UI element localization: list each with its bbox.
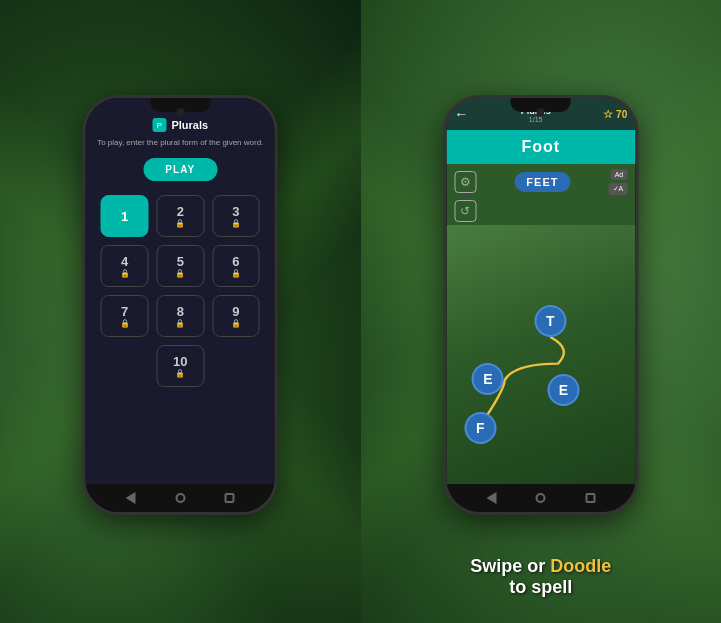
level-3-cell[interactable]: 3 🔒	[212, 195, 260, 237]
level-1-num: 1	[121, 209, 128, 224]
right-icons: Ad ✓A	[609, 169, 628, 195]
nav-home-icon	[175, 493, 185, 503]
level-8-cell[interactable]: 8 🔒	[156, 295, 204, 337]
level-grid: 1 2 🔒 3 🔒 4 🔒	[96, 195, 265, 387]
star-icon: ☆	[603, 108, 613, 121]
lock-icon-10: 🔒	[175, 369, 185, 378]
gear-button[interactable]: ⚙	[454, 171, 476, 193]
nav-recent-icon-r	[585, 493, 595, 503]
undo-icon: ↺	[460, 204, 470, 218]
camera-left	[176, 108, 184, 116]
app-title-row: P Plurals	[152, 118, 208, 132]
doodle-text: Doodle	[550, 556, 611, 576]
left-panel: P Plurals To play, enter the plural form…	[0, 0, 361, 623]
level-2-num: 2	[177, 204, 184, 219]
lock-icon-7: 🔒	[120, 319, 130, 328]
nav-home-icon-r	[536, 493, 546, 503]
lock-icon-9: 🔒	[231, 319, 241, 328]
phone-nav-left	[86, 484, 275, 512]
back-arrow-icon[interactable]: ←	[454, 106, 468, 122]
answer-display: FEET	[514, 172, 570, 192]
nav-recent-btn-r[interactable]	[583, 491, 597, 505]
level-3-num: 3	[232, 204, 239, 219]
lock-icon-6: 🔒	[231, 269, 241, 278]
lock-icon-3: 🔒	[231, 219, 241, 228]
checka-button[interactable]: ✓A	[609, 183, 628, 195]
level-9-num: 9	[232, 304, 239, 319]
level-7-num: 7	[121, 304, 128, 319]
phone-nav-right	[446, 484, 635, 512]
play-button[interactable]: PLAY	[143, 158, 217, 181]
screen-left: P Plurals To play, enter the plural form…	[86, 98, 275, 512]
level-10-num: 10	[173, 354, 187, 369]
nav-back-icon-r	[486, 492, 496, 504]
level-6-num: 6	[232, 254, 239, 269]
app-title-label: Plurals	[171, 119, 208, 131]
letter-F[interactable]: F	[464, 412, 496, 444]
nav-home-btn-r[interactable]	[534, 491, 548, 505]
lock-icon-5: 🔒	[175, 269, 185, 278]
score-area: ☆ 70	[603, 108, 627, 121]
level-2-cell[interactable]: 2 🔒	[156, 195, 204, 237]
right-panel: ← Plurals 1/15 ☆ 70 Foot ⚙	[361, 0, 722, 623]
level-9-cell[interactable]: 9 🔒	[212, 295, 260, 337]
undo-button[interactable]: ↺	[454, 200, 476, 222]
phone-right: ← Plurals 1/15 ☆ 70 Foot ⚙	[443, 95, 638, 515]
game-area[interactable]: T E E F	[446, 225, 635, 512]
level-5-cell[interactable]: 5 🔒	[156, 245, 204, 287]
nav-recent-btn[interactable]	[223, 491, 237, 505]
lock-icon-8: 🔒	[175, 319, 185, 328]
app-icon: P	[152, 118, 166, 132]
level-10-cell[interactable]: 10 🔒	[156, 345, 204, 387]
nav-back-btn-r[interactable]	[484, 491, 498, 505]
letter-E-top[interactable]: E	[472, 363, 504, 395]
letter-E-top-char: E	[483, 371, 492, 387]
phone-left: P Plurals To play, enter the plural form…	[83, 95, 278, 515]
screen-left-content: P Plurals To play, enter the plural form…	[86, 98, 275, 512]
screen-right-content: ← Plurals 1/15 ☆ 70 Foot ⚙	[446, 98, 635, 512]
letter-T-char: T	[546, 313, 555, 329]
letter-F-char: F	[476, 420, 485, 436]
level-5-num: 5	[177, 254, 184, 269]
nav-recent-icon	[225, 493, 235, 503]
camera-right	[537, 108, 545, 116]
promo-line-2: to spell	[361, 577, 722, 598]
screen-right: ← Plurals 1/15 ☆ 70 Foot ⚙	[446, 98, 635, 512]
nav-home-btn[interactable]	[173, 491, 187, 505]
gear-icon: ⚙	[460, 175, 471, 189]
promo-line-1: Swipe or Doodle	[361, 556, 722, 577]
level-1-cell[interactable]: 1	[101, 195, 149, 237]
level-7-cell[interactable]: 7 🔒	[101, 295, 149, 337]
app-subtitle: To play, enter the plural form of the gi…	[97, 138, 263, 148]
level-progress: 1/15	[529, 116, 543, 123]
lock-icon-4: 🔒	[120, 269, 130, 278]
word-display: Foot	[446, 130, 635, 164]
letter-E-right-char: E	[559, 382, 568, 398]
score-value: 70	[616, 109, 627, 120]
promo-area: Swipe or Doodle to spell	[361, 556, 722, 598]
letter-T[interactable]: T	[534, 305, 566, 337]
action-row: ⚙ FEET Ad ✓A	[446, 164, 635, 200]
level-4-cell[interactable]: 4 🔒	[101, 245, 149, 287]
lock-icon-2: 🔒	[175, 219, 185, 228]
level-8-num: 8	[177, 304, 184, 319]
level-6-cell[interactable]: 6 🔒	[212, 245, 260, 287]
nav-back-btn[interactable]	[124, 491, 138, 505]
swipe-text: Swipe or	[470, 556, 550, 576]
level-4-num: 4	[121, 254, 128, 269]
nav-back-icon	[126, 492, 136, 504]
letter-E-right[interactable]: E	[547, 374, 579, 406]
ad-button[interactable]: Ad	[611, 169, 628, 180]
